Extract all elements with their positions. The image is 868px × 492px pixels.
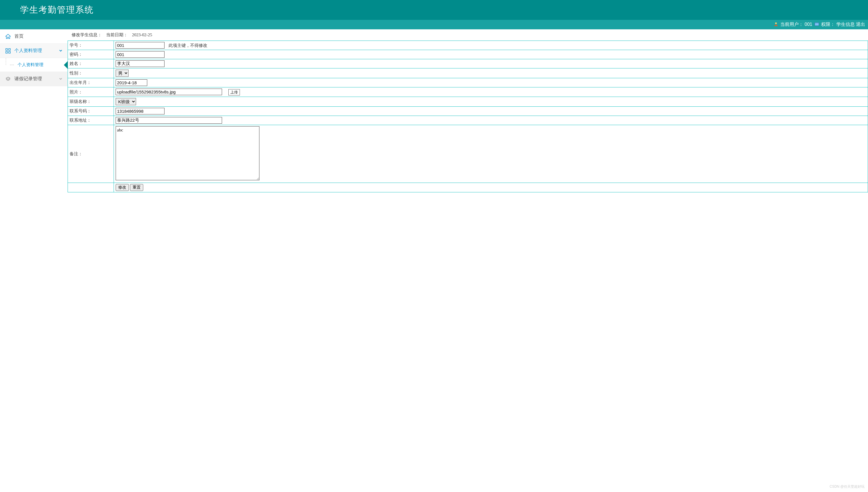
textarea-remark[interactable] [116, 126, 259, 180]
table-row: 修改 重置 [68, 183, 868, 192]
label-empty [68, 183, 114, 192]
table-row: 班级名称： K班级 [68, 97, 868, 107]
label-student-id: 学号： [68, 41, 114, 50]
logout-link[interactable]: 退出 [856, 22, 865, 27]
input-phone[interactable] [116, 108, 165, 115]
table-row: 备注： [68, 125, 868, 183]
student-form-table: 学号： 此项主键，不得修改 密码： 姓名： 性别： 男 [68, 41, 868, 192]
date-label: 当前日期： [106, 32, 128, 37]
select-gender[interactable]: 男 [116, 70, 128, 77]
svg-rect-5 [6, 51, 7, 53]
role-value: 学生信息 [836, 22, 855, 27]
input-birth[interactable] [116, 79, 147, 86]
table-row: 联系号码： [68, 107, 868, 116]
sidebar-item-label: 请假记录管理 [15, 76, 42, 82]
sidebar-sub-profile[interactable]: --- 个人资料管理 [0, 58, 68, 72]
sidebar-item-home[interactable]: 首页 [0, 29, 68, 44]
app-header: 学生考勤管理系统 [0, 0, 868, 20]
input-name[interactable] [116, 60, 165, 67]
role-label: 权限： [821, 22, 835, 27]
svg-rect-1 [815, 23, 819, 26]
table-row: 密码： [68, 50, 868, 59]
label-photo: 照片： [68, 88, 114, 97]
sidebar: 首页 个人资料管理 --- 个人资料管理 请假记录管理 [0, 29, 68, 192]
table-row: 性别： 男 [68, 69, 868, 78]
current-user-value: 001 [804, 22, 812, 27]
table-row: 联系地址： [68, 116, 868, 125]
label-address: 联系地址： [68, 116, 114, 125]
main-content: 修改学生信息： 当前日期： 2023-02-25 学号： 此项主键，不得修改 密… [68, 29, 868, 192]
label-phone: 联系号码： [68, 107, 114, 116]
select-class[interactable]: K班级 [116, 98, 136, 105]
home-icon [5, 34, 11, 40]
sidebar-item-profile[interactable]: 个人资料管理 [0, 44, 68, 58]
sidebar-item-label: 个人资料管理 [15, 48, 42, 54]
chevron-down-icon [59, 48, 63, 53]
app-title: 学生考勤管理系统 [20, 5, 94, 15]
current-user-label: 当前用户： [780, 22, 803, 27]
save-button[interactable]: 修改 [116, 184, 129, 191]
label-class: 班级名称： [68, 97, 114, 107]
chevron-down-icon [59, 76, 63, 82]
table-row: 姓名： [68, 59, 868, 69]
svg-point-0 [775, 22, 777, 24]
svg-rect-4 [9, 49, 10, 50]
page-title-prefix: 修改学生信息： [72, 32, 102, 37]
input-password[interactable] [116, 51, 165, 58]
label-name: 姓名： [68, 59, 114, 69]
table-row: 出生年月： [68, 78, 868, 88]
input-photo-path[interactable] [116, 89, 222, 95]
date-value: 2023-02-25 [132, 32, 152, 37]
svg-rect-6 [9, 51, 10, 53]
tree-dash: --- [10, 62, 14, 67]
label-remark: 备注： [68, 125, 114, 183]
active-indicator-icon [64, 61, 68, 69]
role-icon [815, 22, 819, 28]
table-row: 学号： 此项主键，不得修改 [68, 41, 868, 50]
grid-icon [5, 48, 11, 54]
input-student-id[interactable] [116, 42, 165, 49]
sidebar-sub-label: 个人资料管理 [18, 62, 44, 67]
page-title: 修改学生信息： 当前日期： 2023-02-25 [68, 29, 868, 41]
label-password: 密码： [68, 50, 114, 59]
sidebar-item-leave[interactable]: 请假记录管理 [0, 72, 68, 86]
table-row: 照片： 上传 [68, 88, 868, 97]
hint-student-id: 此项主键，不得修改 [169, 43, 207, 48]
upload-button[interactable]: 上传 [228, 89, 240, 96]
status-bar: 当前用户： 001 权限： 学生信息 退出 [0, 20, 868, 29]
svg-rect-3 [6, 49, 7, 50]
user-icon [774, 22, 778, 28]
label-gender: 性别： [68, 69, 114, 78]
sidebar-item-label: 首页 [15, 33, 24, 40]
label-birth: 出生年月： [68, 78, 114, 88]
stack-icon [5, 76, 11, 82]
input-address[interactable] [116, 117, 222, 124]
reset-button[interactable]: 重置 [130, 184, 143, 191]
